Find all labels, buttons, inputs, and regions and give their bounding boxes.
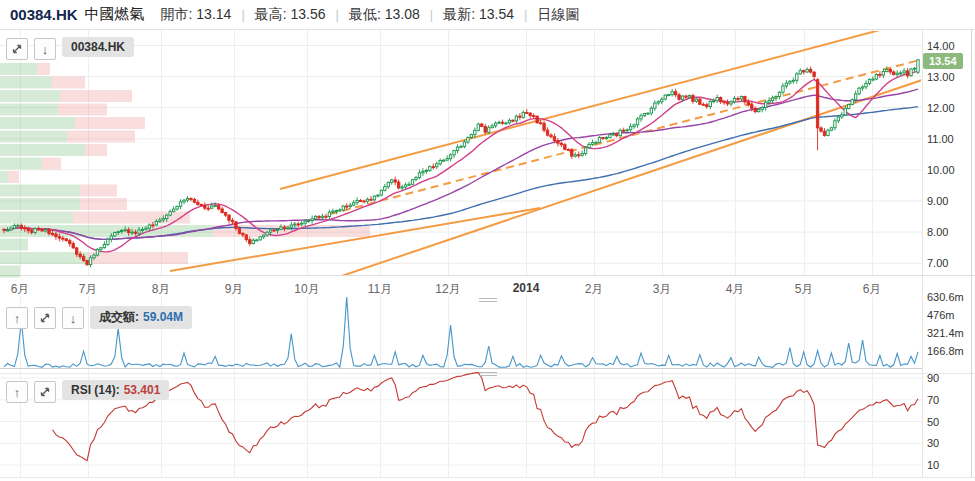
move-pane-down-button[interactable]: ↓ xyxy=(34,38,56,60)
chart-canvas[interactable] xyxy=(0,0,975,481)
rsi-value: 53.401 xyxy=(124,383,161,397)
month-label: 4月 xyxy=(726,281,745,298)
axis-label: 12.00 xyxy=(927,102,955,114)
month-label: 8月 xyxy=(152,281,171,298)
axis-label: 7.00 xyxy=(927,257,948,269)
arrow-up-icon: ↑ xyxy=(14,311,21,326)
volume-expand-button[interactable] xyxy=(34,307,56,329)
pane-resize-handle[interactable] xyxy=(479,370,497,377)
axis-label: 30 xyxy=(927,437,939,449)
axis-label: 14.00 xyxy=(927,40,955,52)
expand-pane-button[interactable] xyxy=(6,38,28,60)
axis-label: 166.8m xyxy=(927,345,964,357)
rsi-expand-button[interactable] xyxy=(34,381,56,403)
month-label: 9月 xyxy=(225,281,244,298)
axis-label: 476m xyxy=(927,309,955,321)
month-label: 2014 xyxy=(513,281,540,295)
axis-label: 321.4m xyxy=(927,327,964,339)
turnover-value: 59.04M xyxy=(143,310,183,324)
volume-move-down-button[interactable]: ↓ xyxy=(62,307,84,329)
last-price-badge: 13.54 xyxy=(923,53,963,69)
volume-move-up-button[interactable]: ↑ xyxy=(6,307,28,329)
pane-resize-handle[interactable] xyxy=(479,296,497,303)
axis-label: 70 xyxy=(927,394,939,406)
axis-label: 11.00 xyxy=(927,133,954,145)
month-label: 12月 xyxy=(435,281,460,298)
turnover-label: 成交額: xyxy=(99,310,139,324)
axis-label: 13.00 xyxy=(927,71,955,83)
rsi-move-up-button[interactable]: ↑ xyxy=(6,381,28,403)
month-label: 5月 xyxy=(795,281,814,298)
expand-icon xyxy=(11,43,23,55)
rsi-label: RSI (14): xyxy=(71,383,120,397)
arrow-down-icon: ↓ xyxy=(70,311,77,326)
axis-label: 90 xyxy=(927,372,939,384)
expand-icon xyxy=(39,312,51,324)
symbol-tag[interactable]: 00384.HK xyxy=(62,37,134,57)
turnover-tag[interactable]: 成交額:59.04M xyxy=(90,306,192,329)
month-label: 6月 xyxy=(863,281,882,298)
month-label: 6月 xyxy=(11,281,30,298)
axis-label: 9.00 xyxy=(927,195,948,207)
month-label: 7月 xyxy=(79,281,98,298)
axis-label: 10 xyxy=(927,459,939,471)
axis-label: 630.6m xyxy=(927,291,964,303)
arrow-down-icon: ↓ xyxy=(42,42,49,57)
axis-label: 10.00 xyxy=(927,164,955,176)
axis-label: 8.00 xyxy=(927,226,948,238)
month-label: 3月 xyxy=(653,281,672,298)
axis-label: 50 xyxy=(927,416,939,428)
expand-icon xyxy=(39,386,51,398)
arrow-up-icon: ↑ xyxy=(14,385,21,400)
month-label: 11月 xyxy=(368,281,392,298)
month-label: 10月 xyxy=(294,281,319,298)
month-label: 2月 xyxy=(585,281,604,298)
rsi-tag[interactable]: RSI (14):53.401 xyxy=(62,380,169,400)
stock-chart-app: 00384.HK 中國燃氣 開市: 13.14 | 最高: 13.56 | 最低… xyxy=(0,0,975,481)
